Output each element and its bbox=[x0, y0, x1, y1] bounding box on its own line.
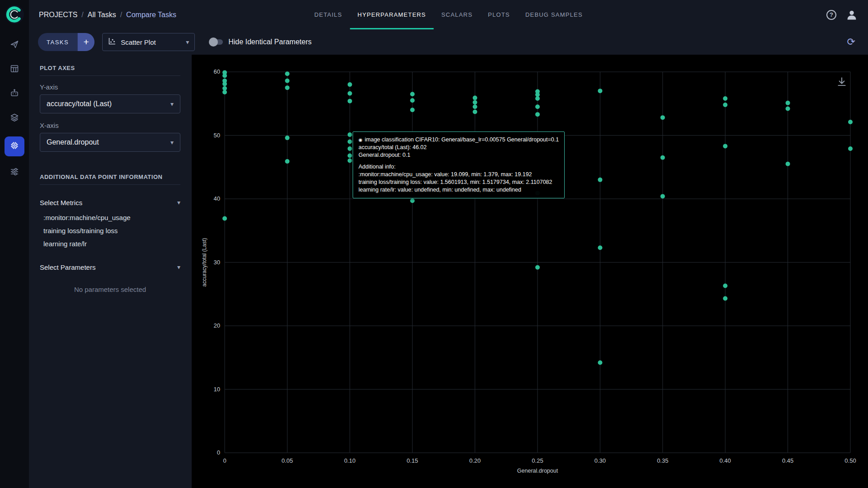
layers-icon bbox=[10, 113, 19, 124]
breadcrumb-separator: / bbox=[81, 11, 83, 19]
top-bar: PROJECTS / All Tasks / Compare Tasks DET… bbox=[29, 0, 868, 29]
scatter-chart[interactable]: 010203040506000.050.100.150.200.250.300.… bbox=[192, 55, 868, 488]
sliders-icon bbox=[10, 167, 19, 178]
tooltip-additional-loss: training loss/training loss: value: 1.56… bbox=[359, 178, 559, 186]
svg-text:0.05: 0.05 bbox=[282, 457, 293, 464]
x-axis-select[interactable]: General.dropout ▾ bbox=[40, 133, 180, 152]
download-button[interactable] bbox=[835, 75, 848, 88]
nav-rail-items bbox=[5, 35, 24, 187]
nav-rail bbox=[0, 0, 29, 488]
tooltip-additional-lr: learning rate/lr: value: undefined, min:… bbox=[359, 186, 559, 194]
svg-text:10: 10 bbox=[214, 386, 220, 393]
tooltip-param-line: General.dropout: 0.1 bbox=[359, 151, 559, 159]
svg-text:60: 60 bbox=[214, 68, 220, 75]
hide-identical-toggle[interactable] bbox=[209, 39, 223, 45]
user-avatar[interactable] bbox=[845, 9, 858, 21]
svg-text:0.40: 0.40 bbox=[720, 457, 731, 464]
help-icon[interactable]: ? bbox=[826, 10, 836, 20]
metric-item-training-loss[interactable]: training loss/training loss bbox=[40, 224, 180, 237]
breadcrumb-separator: / bbox=[120, 11, 122, 19]
select-metrics-expander[interactable]: Select Metrics ▾ bbox=[40, 196, 180, 209]
tab-details[interactable]: DETAILS bbox=[307, 0, 350, 29]
chevron-down-icon: ▾ bbox=[186, 39, 189, 45]
svg-text:0.20: 0.20 bbox=[469, 457, 481, 464]
person-icon bbox=[845, 9, 858, 21]
scatter-plot-icon bbox=[108, 37, 116, 47]
breadcrumb-compare-tasks[interactable]: Compare Tasks bbox=[126, 11, 176, 19]
plot-settings-panel: PLOT AXES Y-axis accuracy/total (Last) ▾… bbox=[29, 55, 192, 488]
top-bar-actions: ? bbox=[826, 9, 858, 21]
paper-plane-icon bbox=[10, 40, 19, 51]
hide-identical-toggle-group: Hide Identical Parameters bbox=[209, 38, 311, 46]
svg-text:0.25: 0.25 bbox=[532, 457, 543, 464]
clearml-logo[interactable] bbox=[5, 5, 24, 24]
breadcrumb-projects[interactable]: PROJECTS bbox=[39, 11, 77, 19]
selected-metrics-list: :monitor:machine/cpu_usage training loss… bbox=[40, 211, 180, 250]
x-axis-value: General.dropout bbox=[47, 138, 99, 146]
nav-item-datasets[interactable] bbox=[5, 108, 24, 128]
nav-item-pipelines[interactable] bbox=[5, 163, 24, 183]
point-marker-icon: ◉ bbox=[359, 137, 363, 142]
tab-scalars[interactable]: SCALARS bbox=[434, 0, 480, 29]
svg-text:30: 30 bbox=[214, 259, 220, 266]
svg-text:20: 20 bbox=[214, 322, 220, 329]
y-axis-value: accuracy/total (Last) bbox=[47, 100, 112, 108]
y-axis-label: Y-axis bbox=[40, 83, 180, 91]
tooltip-additional-cpu: :monitor:machine/cpu_usage: value: 19.09… bbox=[359, 171, 559, 178]
chevron-down-icon: ▾ bbox=[170, 101, 174, 107]
select-parameters-expander[interactable]: Select Parameters ▾ bbox=[40, 260, 180, 274]
hide-identical-label: Hide Identical Parameters bbox=[228, 38, 311, 46]
scatter-plot-area: 010203040506000.050.100.150.200.250.300.… bbox=[192, 55, 868, 488]
download-icon bbox=[836, 76, 848, 88]
plot-type-select[interactable]: Scatter Plot ▾ bbox=[102, 33, 195, 51]
nav-item-serving[interactable] bbox=[5, 84, 24, 104]
svg-text:0.30: 0.30 bbox=[594, 457, 606, 464]
tab-debug-samples[interactable]: DEBUG SAMPLES bbox=[518, 0, 590, 29]
chevron-down-icon: ▾ bbox=[177, 264, 180, 270]
svg-text:0.15: 0.15 bbox=[407, 457, 418, 464]
svg-text:0.45: 0.45 bbox=[782, 457, 793, 464]
svg-text:accuracy/total (Last): accuracy/total (Last) bbox=[201, 238, 208, 286]
metric-item-learning-rate[interactable]: learning rate/lr bbox=[40, 237, 180, 250]
x-axis-label: X-axis bbox=[40, 122, 180, 129]
chevron-down-icon: ▾ bbox=[177, 199, 180, 206]
table-grid-icon bbox=[10, 64, 19, 75]
svg-text:0: 0 bbox=[223, 457, 226, 464]
tab-bar: DETAILS HYPERPARAMETERS SCALARS PLOTS DE… bbox=[307, 0, 590, 29]
tooltip-additional-header: Additional info: bbox=[359, 163, 559, 171]
plot-axes-title: PLOT AXES bbox=[40, 65, 180, 71]
tab-plots[interactable]: PLOTS bbox=[480, 0, 518, 29]
breadcrumb: PROJECTS / All Tasks / Compare Tasks bbox=[39, 11, 176, 19]
divider bbox=[40, 75, 180, 76]
tasks-button[interactable]: TASKS + bbox=[38, 33, 94, 51]
chart-tooltip: ◉image classification CIFAR10: General/b… bbox=[353, 131, 565, 198]
select-parameters-label: Select Parameters bbox=[40, 263, 95, 271]
y-axis-select[interactable]: accuracy/total (Last) ▾ bbox=[40, 94, 180, 113]
additional-info-title: ADDITIONAL DATA POINT INFORMATION bbox=[40, 174, 180, 180]
nav-item-dashboard[interactable] bbox=[5, 35, 24, 55]
metric-item-cpu-usage[interactable]: :monitor:machine/cpu_usage bbox=[40, 211, 180, 224]
chevron-down-icon: ▾ bbox=[170, 139, 174, 145]
tasks-button-label[interactable]: TASKS bbox=[38, 33, 77, 51]
breadcrumb-all-tasks[interactable]: All Tasks bbox=[88, 11, 116, 19]
svg-text:0: 0 bbox=[217, 449, 220, 456]
tab-hyperparameters[interactable]: HYPERPARAMETERS bbox=[350, 0, 434, 29]
chip-icon bbox=[10, 141, 19, 152]
toggle-knob bbox=[209, 38, 218, 47]
nav-item-projects[interactable] bbox=[5, 60, 24, 80]
tooltip-spacer bbox=[359, 159, 559, 163]
svg-text:40: 40 bbox=[214, 195, 220, 202]
robot-icon bbox=[10, 89, 19, 99]
select-metrics-label: Select Metrics bbox=[40, 199, 82, 206]
tooltip-title-line: ◉image classification CIFAR10: General/b… bbox=[359, 136, 559, 144]
plot-type-value: Scatter Plot bbox=[121, 38, 156, 46]
no-parameters-text: No parameters selected bbox=[40, 286, 180, 293]
svg-text:0.35: 0.35 bbox=[657, 457, 668, 464]
svg-text:50: 50 bbox=[214, 132, 220, 139]
svg-text:0.50: 0.50 bbox=[844, 457, 856, 464]
svg-text:General.dropout: General.dropout bbox=[517, 468, 558, 474]
add-task-button[interactable]: + bbox=[77, 33, 94, 51]
auto-refresh-icon[interactable]: ⟳ bbox=[847, 37, 855, 47]
tooltip-metric-line: accuracy/total (Last): 46.02 bbox=[359, 144, 559, 151]
nav-item-hyperparams-active[interactable] bbox=[5, 136, 24, 156]
